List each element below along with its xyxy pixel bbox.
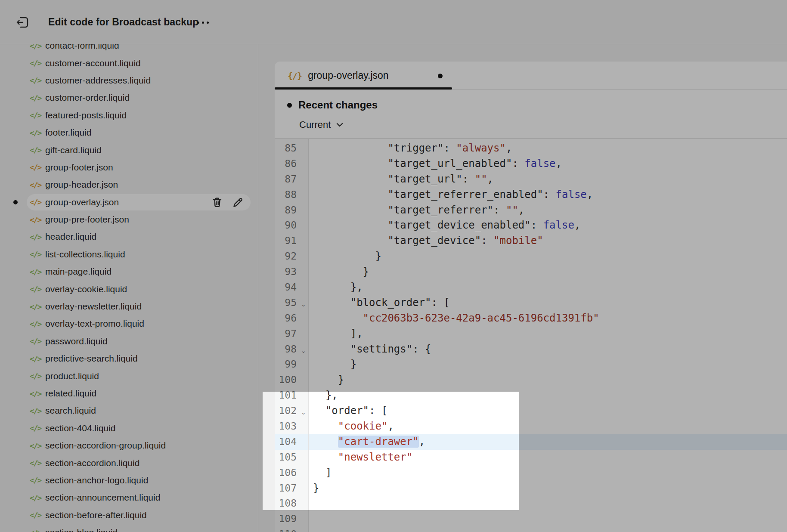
code-line-103[interactable]: 103 "cookie",	[275, 419, 787, 434]
version-dropdown[interactable]: Current	[299, 119, 343, 130]
sidebar-file-header-liquid[interactable]: </>header.liquid	[0, 228, 258, 245]
code-line-85[interactable]: 85 "trigger": "always",	[275, 141, 787, 156]
code-text: },	[309, 388, 787, 403]
line-number: 99	[275, 357, 309, 372]
line-number: 96	[275, 311, 309, 326]
code-line-91[interactable]: 91 "target_device": "mobile"	[275, 233, 787, 249]
code-line-88[interactable]: 88 "target_referrer_enabled": false,	[275, 187, 787, 203]
exit-code-editor-icon[interactable]	[15, 16, 29, 28]
line-number: 89	[275, 203, 309, 218]
sidebar-file-product-liquid[interactable]: </>product.liquid	[0, 367, 258, 384]
file-name: search.liquid	[45, 405, 96, 416]
sidebar-file-group-pre-footer-json[interactable]: </>group-pre-footer.json	[0, 211, 258, 228]
liquid-code-icon: </>	[28, 302, 42, 311]
code-line-108[interactable]: 108	[275, 496, 787, 511]
code-line-105[interactable]: 105 "newsletter"	[275, 450, 787, 465]
fold-chevron-icon[interactable]: ⌄	[301, 297, 306, 312]
sidebar-file-overlay-text-promo-liquid[interactable]: </>overlay-text-promo.liquid	[0, 315, 258, 332]
sidebar-file-customer-account-liquid[interactable]: </>customer-account.liquid	[0, 54, 258, 71]
sidebar-file-gift-card-liquid[interactable]: </>gift-card.liquid	[0, 141, 258, 158]
code-line-95[interactable]: 95⌄ "block_order": [	[275, 295, 787, 311]
sidebar-file-section-before-after-liquid[interactable]: </>section-before-after.liquid	[0, 507, 258, 524]
code-line-87[interactable]: 87 "target_url": "",	[275, 172, 787, 187]
chevron-down-icon	[336, 123, 343, 127]
code-line-107[interactable]: 107}	[275, 481, 787, 496]
code-line-86[interactable]: 86 "target_url_enabled": false,	[275, 156, 787, 172]
code-line-102[interactable]: 102⌄ "order": [	[275, 403, 787, 419]
code-text: "cookie",	[309, 419, 787, 434]
sidebar-file-section-anchor-logo-liquid[interactable]: </>section-anchor-logo.liquid	[0, 472, 258, 489]
line-number: 90	[275, 218, 309, 233]
tab-group-overlay-json[interactable]: {/} group-overlay.json	[275, 62, 389, 90]
sidebar-file-footer-liquid[interactable]: </>footer.liquid	[0, 124, 258, 141]
file-name: list-collections.liquid	[45, 249, 125, 260]
sidebar-file-customer-order-liquid[interactable]: </>customer-order.liquid	[0, 89, 258, 106]
sidebar-file-section-announcement-liquid[interactable]: </>section-announcement.liquid	[0, 489, 258, 506]
liquid-code-icon: </>	[28, 128, 42, 137]
sidebar-file-group-footer-json[interactable]: </>group-footer.json	[0, 159, 258, 176]
code-line-92[interactable]: 92 }	[275, 249, 787, 264]
fold-chevron-icon[interactable]: ⌄	[301, 343, 306, 359]
sidebar-file-related-liquid[interactable]: </>related.liquid	[0, 385, 258, 402]
sidebar-file-overlay-cookie-liquid[interactable]: </>overlay-cookie.liquid	[0, 280, 258, 297]
liquid-code-icon: </>	[28, 424, 42, 433]
liquid-code-icon: </>	[28, 528, 42, 532]
sidebar-file-group-overlay-json[interactable]: </>group-overlay.json	[0, 194, 258, 211]
code-text: "settings": {	[309, 342, 787, 357]
code-editor[interactable]: 85 "trigger": "always",86 "target_url_en…	[275, 139, 787, 532]
code-line-93[interactable]: 93 }	[275, 264, 787, 280]
liquid-code-icon: </>	[28, 250, 42, 259]
file-name: customer-addresses.liquid	[45, 75, 151, 86]
sidebar-file-section-accordion-liquid[interactable]: </>section-accordion.liquid	[0, 454, 258, 471]
sidebar-file-contact-form-liquid[interactable]: </>contact-form.liquid	[0, 44, 258, 54]
sidebar-file-overlay-newsletter-liquid[interactable]: </>overlay-newsletter.liquid	[0, 298, 258, 315]
file-name: section-anchor-logo.liquid	[45, 475, 148, 486]
sidebar-file-list-collections-liquid[interactable]: </>list-collections.liquid	[0, 246, 258, 263]
file-name: section-accordion-group.liquid	[45, 440, 166, 451]
sidebar-file-section-blog-liquid[interactable]: </>section-blog.liquid	[0, 524, 258, 532]
sidebar-file-main-page-liquid[interactable]: </>main-page.liquid	[0, 263, 258, 280]
sidebar-file-featured-posts-liquid[interactable]: </>featured-posts.liquid	[0, 107, 258, 124]
sidebar-file-search-liquid[interactable]: </>search.liquid	[0, 402, 258, 419]
line-number: 97	[275, 326, 309, 342]
file-name: section-before-after.liquid	[45, 510, 147, 520]
sidebar-file-section-404-liquid[interactable]: </>section-404.liquid	[0, 420, 258, 437]
code-line-106[interactable]: 106 ]	[275, 465, 787, 481]
file-name: featured-posts.liquid	[45, 110, 127, 121]
delete-file-icon[interactable]	[211, 197, 223, 208]
liquid-code-icon: </>	[28, 354, 42, 363]
code-line-90[interactable]: 90 "target_device_enabled": false,	[275, 218, 787, 233]
liquid-code-icon: </>	[28, 59, 42, 68]
line-number: 87	[275, 172, 309, 187]
fold-chevron-icon[interactable]: ⌄	[301, 405, 306, 420]
code-line-94[interactable]: 94 },	[275, 280, 787, 295]
code-line-99[interactable]: 99 }	[275, 357, 787, 372]
code-line-98[interactable]: 98⌄ "settings": {	[275, 342, 787, 357]
liquid-code-icon: </>	[28, 406, 42, 415]
liquid-code-icon: </>	[28, 145, 42, 155]
code-line-96[interactable]: 96 "cc2063b3-623e-42a9-ac45-6196cd1391fb…	[275, 311, 787, 326]
line-number: 92	[275, 249, 309, 264]
code-text: "target_referrer": "",	[309, 203, 787, 218]
code-lines: 85 "trigger": "always",86 "target_url_en…	[275, 141, 787, 532]
rename-file-icon[interactable]	[232, 197, 244, 208]
sidebar-file-section-accordion-group-liquid[interactable]: </>section-accordion-group.liquid	[0, 437, 258, 454]
code-line-97[interactable]: 97 ],	[275, 326, 787, 342]
code-line-110[interactable]: 110	[275, 527, 787, 532]
more-options-icon[interactable]	[197, 18, 216, 27]
file-name: predictive-search.liquid	[45, 353, 138, 364]
code-line-109[interactable]: 109	[275, 511, 787, 527]
code-line-101[interactable]: 101 },	[275, 388, 787, 403]
file-list: </>contact-form.liquid</>customer-accoun…	[0, 44, 258, 532]
code-line-100[interactable]: 100 }	[275, 372, 787, 388]
code-line-104[interactable]: 104 "cart-drawer",	[275, 434, 787, 450]
sidebar-file-customer-addresses-liquid[interactable]: </>customer-addresses.liquid	[0, 72, 258, 89]
sidebar-file-predictive-search-liquid[interactable]: </>predictive-search.liquid	[0, 350, 258, 367]
code-line-89[interactable]: 89 "target_referrer": "",	[275, 203, 787, 218]
json-code-icon: </>	[28, 163, 42, 172]
file-name: group-footer.json	[45, 162, 113, 173]
file-name: overlay-text-promo.liquid	[45, 319, 144, 329]
sidebar-file-password-liquid[interactable]: </>password.liquid	[0, 333, 258, 350]
sidebar-file-group-header-json[interactable]: </>group-header.json	[0, 176, 258, 193]
liquid-code-icon: </>	[28, 337, 42, 346]
